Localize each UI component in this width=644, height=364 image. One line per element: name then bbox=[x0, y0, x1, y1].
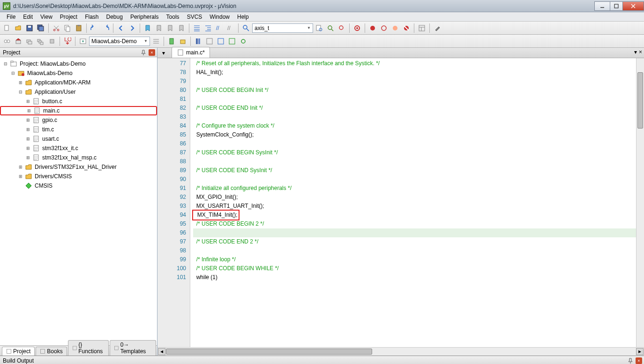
tree-item-stm32f1xx_hal_msp-c[interactable]: ⊞stm32f1xx_hal_msp.c bbox=[0, 153, 157, 162]
maximize-button[interactable] bbox=[610, 1, 623, 11]
panel-tab--functions[interactable]: {} Functions bbox=[68, 340, 109, 356]
tree-item-application-user[interactable]: ⊟Application/User bbox=[0, 87, 157, 97]
configure-button[interactable] bbox=[432, 23, 442, 33]
stop-build-button[interactable] bbox=[47, 36, 57, 46]
menu-window[interactable]: Window bbox=[206, 13, 233, 21]
target-settings-button[interactable] bbox=[151, 36, 161, 46]
tab-scroll-left[interactable]: ▾ bbox=[634, 49, 637, 55]
expand-icon[interactable]: ⊞ bbox=[25, 127, 31, 132]
outdent-button[interactable] bbox=[203, 23, 213, 33]
tree-item-main-c[interactable]: ⊞main.c bbox=[0, 106, 157, 115]
expand-icon[interactable]: ⊞ bbox=[25, 99, 31, 104]
tree-item-button-c[interactable]: ⊞button.c bbox=[0, 97, 157, 106]
tree-item-drivers-stm32f1xx_hal_driver[interactable]: ⊞Drivers/STM32F1xx_HAL_Driver bbox=[0, 162, 157, 172]
expand-icon[interactable]: ⊟ bbox=[18, 90, 23, 94]
debug-start-button[interactable] bbox=[352, 23, 362, 33]
tree-item-usart-c[interactable]: ⊞usart.c bbox=[0, 134, 157, 144]
find-button[interactable] bbox=[241, 23, 251, 33]
project-tree[interactable]: ⊟Project: MiaowLabs-Demo⊟MiaowLabs-Demo⊞… bbox=[0, 57, 157, 345]
bookmark-toggle-button[interactable] bbox=[142, 23, 153, 33]
editor-horizontal-scrollbar[interactable]: ◀ ▶ bbox=[157, 347, 644, 356]
panel-tab-books[interactable]: Books bbox=[36, 347, 67, 356]
pin-icon[interactable] bbox=[140, 49, 147, 56]
panel-close-button[interactable]: × bbox=[636, 357, 642, 364]
menu-flash[interactable]: Flash bbox=[81, 13, 102, 21]
build-button[interactable] bbox=[13, 36, 23, 46]
menu-view[interactable]: View bbox=[37, 13, 56, 21]
templates-button[interactable] bbox=[227, 36, 237, 46]
expand-icon[interactable]: ⊞ bbox=[25, 146, 31, 151]
menu-svcs[interactable]: SVCS bbox=[183, 13, 206, 21]
books-button[interactable] bbox=[193, 36, 203, 46]
tree-item-drivers-cmsis[interactable]: ⊞Drivers/CMSIS bbox=[0, 172, 157, 181]
tree-item-cmsis[interactable]: CMSIS bbox=[0, 181, 157, 190]
expand-icon[interactable]: ⊟ bbox=[10, 71, 16, 76]
pack-installer-button[interactable] bbox=[178, 36, 188, 46]
uncomment-button[interactable]: // bbox=[225, 23, 236, 33]
save-all-button[interactable] bbox=[36, 23, 46, 33]
editor-vertical-scrollbar[interactable] bbox=[636, 58, 644, 347]
expand-icon[interactable]: ⊞ bbox=[25, 118, 31, 122]
rebuild-button[interactable] bbox=[24, 36, 35, 46]
menu-file[interactable]: File bbox=[3, 13, 19, 21]
tree-item-project-miaowlabs-demo[interactable]: ⊟Project: MiaowLabs-Demo bbox=[0, 59, 157, 68]
pin-icon[interactable] bbox=[627, 357, 634, 364]
editor-tab-main-c[interactable]: main.c* bbox=[172, 47, 210, 58]
indent-button[interactable] bbox=[192, 23, 202, 33]
scroll-thumb[interactable] bbox=[166, 349, 372, 355]
download-button[interactable]: LOAD bbox=[62, 36, 73, 46]
expand-icon[interactable]: ⊞ bbox=[25, 155, 31, 160]
copy-button[interactable] bbox=[62, 23, 73, 33]
tree-item-miaowlabs-demo[interactable]: ⊟MiaowLabs-Demo bbox=[0, 68, 157, 78]
expand-icon[interactable]: ⊞ bbox=[26, 108, 32, 113]
comment-button[interactable]: // bbox=[214, 23, 225, 33]
panel-tab-project[interactable]: Project bbox=[2, 347, 35, 356]
redo-button[interactable] bbox=[100, 23, 111, 33]
tree-item-gpio-c[interactable]: ⊞gpio.c bbox=[0, 115, 157, 125]
batch-build-button[interactable] bbox=[36, 36, 46, 46]
open-file-button[interactable] bbox=[13, 23, 23, 33]
expand-icon[interactable]: ⊞ bbox=[18, 80, 23, 85]
breakpoint-insert-button[interactable] bbox=[367, 23, 378, 33]
breakpoint-disable-button[interactable] bbox=[390, 23, 400, 33]
translate-button[interactable] bbox=[2, 36, 12, 46]
breakpoint-kill-button[interactable] bbox=[401, 23, 412, 33]
tree-item-tim-c[interactable]: ⊞tim.c bbox=[0, 125, 157, 134]
menu-help[interactable]: Help bbox=[233, 13, 253, 21]
bookmark-next-button[interactable] bbox=[165, 23, 175, 33]
menu-tools[interactable]: Tools bbox=[163, 13, 183, 21]
save-button[interactable] bbox=[24, 23, 35, 33]
code-editor[interactable]: /* Reset of all peripherals, Initializes… bbox=[190, 58, 644, 347]
reload-button[interactable] bbox=[238, 36, 248, 46]
find-match-button[interactable] bbox=[337, 23, 347, 33]
expand-icon[interactable]: ⊞ bbox=[18, 174, 23, 179]
bookmark-clear-button[interactable] bbox=[176, 23, 187, 33]
panel-tab-0-templates[interactable]: 0→ Templates bbox=[110, 340, 156, 356]
menu-debug[interactable]: Debug bbox=[103, 13, 127, 21]
target-options-button[interactable] bbox=[78, 36, 88, 46]
nav-forward-button[interactable] bbox=[127, 23, 137, 33]
tree-item-application-mdk-arm[interactable]: ⊞Application/MDK-ARM bbox=[0, 78, 157, 87]
paste-button[interactable] bbox=[74, 23, 84, 33]
source-browser-button[interactable] bbox=[204, 36, 215, 46]
find-combo[interactable]: axis_t▼ bbox=[252, 23, 313, 33]
menu-project[interactable]: Project bbox=[56, 13, 81, 21]
manage-rte-button[interactable] bbox=[166, 36, 177, 46]
new-file-button[interactable] bbox=[2, 23, 12, 33]
menu-edit[interactable]: Edit bbox=[19, 13, 37, 21]
nav-back-button[interactable] bbox=[116, 23, 126, 33]
target-select[interactable]: MiaowLabs-Demo▼ bbox=[89, 37, 150, 46]
bookmark-prev-button[interactable] bbox=[154, 23, 164, 33]
undo-button[interactable] bbox=[89, 23, 99, 33]
window-layout-button[interactable] bbox=[417, 23, 427, 33]
incremental-find-button[interactable] bbox=[325, 23, 336, 33]
breakpoint-enable-button[interactable] bbox=[379, 23, 389, 33]
find-in-files-button[interactable] bbox=[314, 23, 324, 33]
func-window-button[interactable] bbox=[216, 36, 226, 46]
menu-peripherals[interactable]: Peripherals bbox=[127, 13, 163, 21]
scroll-right-button[interactable]: ▶ bbox=[636, 348, 644, 355]
close-button[interactable] bbox=[622, 1, 644, 11]
panel-close-button[interactable]: × bbox=[149, 49, 155, 56]
tree-item-stm32f1xx_it-c[interactable]: ⊞stm32f1xx_it.c bbox=[0, 144, 157, 153]
tab-close-button[interactable]: × bbox=[639, 49, 642, 55]
